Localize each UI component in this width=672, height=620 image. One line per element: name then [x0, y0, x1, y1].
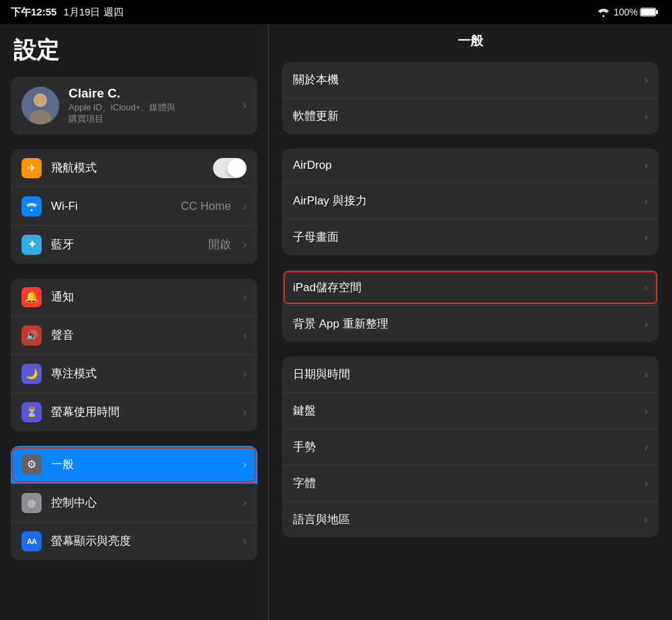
sound-chevron: ›: [243, 330, 247, 342]
sidebar-item-sound[interactable]: 🔊 聲音 ›: [11, 317, 257, 355]
bluetooth-label: 藍牙: [51, 237, 199, 252]
airplay-label: AirPlay 與接力: [293, 193, 644, 208]
fonts-label: 字體: [293, 475, 644, 491]
sidebar-item-screentime[interactable]: ⏳ 螢幕使用時間 ›: [11, 393, 257, 431]
left-panel: 設定 Claire C. Apple ID、iCloud+、媒體與購買項目 ›: [0, 24, 269, 620]
status-right-icons: 100%: [597, 7, 659, 17]
main-layout: 設定 Claire C. Apple ID、iCloud+、媒體與購買項目 ›: [0, 24, 672, 620]
profile-name: Claire C.: [69, 86, 233, 101]
bluetooth-icon: ✦: [22, 235, 42, 255]
ipad-storage-label: iPad儲存空間: [293, 280, 644, 295]
airplane-label: 飛航模式: [51, 160, 204, 176]
right-row-airdrop[interactable]: AirDrop ›: [282, 149, 659, 183]
right-row-ipad-storage[interactable]: iPad儲存空間 ›: [282, 270, 659, 306]
sidebar-item-focus[interactable]: 🌙 專注模式 ›: [11, 355, 257, 393]
right-group-datetime: 日期與時間 › 鍵盤 › 手勢 › 字體 › 語言與地區 ›: [282, 356, 659, 537]
bluetooth-chevron: ›: [243, 239, 247, 251]
right-row-airplay[interactable]: AirPlay 與接力 ›: [282, 183, 659, 219]
right-row-keyboard[interactable]: 鍵盤 ›: [282, 393, 659, 429]
airplane-toggle[interactable]: [213, 158, 247, 178]
ipad-storage-chevron: ›: [644, 282, 648, 294]
battery-percent: 100%: [614, 7, 638, 17]
background-app-label: 背景 App 重新整理: [293, 316, 644, 332]
screentime-chevron: ›: [243, 406, 247, 418]
bluetooth-value: 開啟: [208, 237, 231, 252]
wifi-settings-icon: [22, 196, 42, 217]
right-row-background-app[interactable]: 背景 App 重新整理 ›: [282, 306, 659, 342]
sidebar-item-bluetooth[interactable]: ✦ 藍牙 開啟 ›: [11, 226, 257, 264]
right-row-gestures[interactable]: 手勢 ›: [282, 429, 659, 465]
right-row-about[interactable]: 關於本機 ›: [282, 62, 659, 98]
screentime-icon: ⏳: [22, 402, 42, 422]
about-label: 關於本機: [293, 72, 644, 87]
language-label: 語言與地區: [293, 512, 644, 527]
focus-icon: 🌙: [22, 364, 42, 384]
settings-title: 設定: [11, 35, 257, 66]
right-group-airdrop: AirDrop › AirPlay 與接力 › 子母畫面 ›: [282, 149, 659, 255]
status-time: 下午12:55: [11, 6, 56, 19]
right-row-datetime[interactable]: 日期與時間 ›: [282, 356, 659, 393]
svg-point-6: [34, 93, 47, 107]
notifications-group: 🔔 通知 › 🔊 聲音 › 🌙 專注模式 › ⏳ 螢幕使用時間 ›: [11, 278, 257, 431]
screentime-label: 螢幕使用時間: [51, 404, 231, 420]
toggle-knob: [227, 159, 246, 178]
sidebar-item-controlcenter[interactable]: ◎ 控制中心 ›: [11, 484, 257, 522]
wifi-value: CC Home: [181, 200, 231, 213]
status-date: 1月19日 週四: [63, 6, 123, 19]
right-row-softwareupdate[interactable]: 軟體更新 ›: [282, 98, 659, 134]
keyboard-chevron: ›: [644, 405, 648, 417]
wifi-label: Wi-Fi: [51, 200, 171, 213]
sound-label: 聲音: [51, 327, 231, 343]
fonts-chevron: ›: [644, 477, 648, 490]
sidebar-item-airplane[interactable]: ✈ 飛航模式: [11, 149, 257, 188]
right-panel: 一般 關於本機 › 軟體更新 › AirDrop › AirPlay 與接力 ›: [269, 24, 672, 620]
profile-chevron: ›: [243, 98, 247, 112]
focus-chevron: ›: [243, 368, 247, 380]
sidebar-item-display[interactable]: AA 螢幕顯示與亮度 ›: [11, 522, 257, 560]
controlcenter-label: 控制中心: [51, 495, 231, 510]
airplane-icon: ✈: [22, 158, 42, 178]
language-chevron: ›: [644, 514, 648, 526]
about-chevron: ›: [644, 74, 648, 86]
svg-rect-2: [641, 9, 655, 15]
right-row-language[interactable]: 語言與地區 ›: [282, 502, 659, 537]
sidebar-item-notifications[interactable]: 🔔 通知 ›: [11, 278, 257, 317]
softwareupdate-label: 軟體更新: [293, 108, 644, 124]
right-row-fonts[interactable]: 字體 ›: [282, 465, 659, 502]
right-row-pip[interactable]: 子母畫面 ›: [282, 219, 659, 255]
controlcenter-icon: ◎: [22, 493, 42, 513]
pip-label: 子母畫面: [293, 229, 644, 245]
focus-label: 專注模式: [51, 366, 231, 381]
notifications-icon: 🔔: [22, 287, 42, 307]
right-panel-title: 一般: [282, 24, 659, 62]
notifications-chevron: ›: [243, 291, 247, 303]
datetime-label: 日期與時間: [293, 366, 644, 382]
profile-info: Claire C. Apple ID、iCloud+、媒體與購買項目: [69, 86, 233, 125]
controlcenter-chevron: ›: [243, 497, 247, 509]
airdrop-label: AirDrop: [293, 159, 644, 172]
general-label: 一般: [51, 457, 231, 472]
general-group: ⚙ 一般 › ◎ 控制中心 › AA 螢幕顯示與亮度 ›: [11, 446, 257, 560]
pip-chevron: ›: [644, 231, 648, 243]
display-icon: AA: [22, 531, 42, 551]
datetime-chevron: ›: [644, 369, 648, 381]
airdrop-chevron: ›: [644, 159, 648, 171]
connectivity-group: ✈ 飛航模式 Wi-Fi CC Home › ✦: [11, 149, 257, 264]
avatar: [22, 87, 59, 124]
display-chevron: ›: [243, 535, 247, 547]
profile-card[interactable]: Claire C. Apple ID、iCloud+、媒體與購買項目 ›: [11, 77, 257, 134]
keyboard-label: 鍵盤: [293, 403, 644, 418]
sidebar-item-wifi[interactable]: Wi-Fi CC Home ›: [11, 188, 257, 226]
sound-icon: 🔊: [22, 325, 42, 346]
general-chevron: ›: [243, 459, 247, 471]
gestures-chevron: ›: [644, 441, 648, 453]
right-group-about: 關於本機 › 軟體更新 ›: [282, 62, 659, 134]
wifi-chevron: ›: [243, 200, 247, 212]
display-label: 螢幕顯示與亮度: [51, 533, 231, 549]
battery-icon: 100%: [614, 7, 659, 17]
right-group-storage: iPad儲存空間 › 背景 App 重新整理 ›: [282, 270, 659, 342]
sidebar-item-general[interactable]: ⚙ 一般 ›: [11, 446, 257, 484]
softwareupdate-chevron: ›: [644, 110, 648, 122]
gestures-label: 手勢: [293, 439, 644, 455]
notifications-label: 通知: [51, 289, 231, 305]
